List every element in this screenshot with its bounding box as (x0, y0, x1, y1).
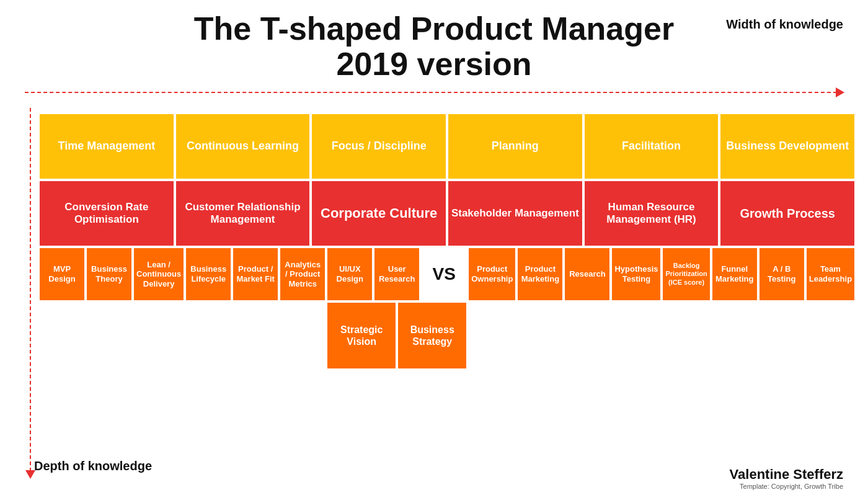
cell-backlog: Backlog Prioritization (ICE score) (662, 247, 711, 301)
row-top: Time Management Continuous Learning Focu… (38, 113, 856, 180)
cell-product-market: Product / Market Fit (232, 247, 279, 301)
cell-growth-process: Growth Process (719, 180, 856, 247)
cell-team-leadership: Team Leadership (805, 247, 856, 301)
cell-corporate-culture: Corporate Culture (311, 180, 447, 247)
width-label: Width of knowledge (726, 17, 843, 32)
cell-uiux: UI/UX Design (326, 247, 373, 301)
depth-arrow (25, 108, 36, 478)
cell-strategic-vision: Strategic Vision (326, 301, 397, 370)
main-grid: Time Management Continuous Learning Focu… (38, 113, 856, 301)
cell-stakeholder: Stakeholder Management (447, 180, 583, 247)
cell-product-marketing: Product Marketing (516, 247, 564, 301)
cell-business-theory: Business Theory (86, 247, 133, 301)
title-area: The T-shaped Product Manager 2019 versio… (0, 0, 868, 82)
credit-name: Valentine Stefferz (730, 466, 843, 483)
cell-facilitation: Facilitation (583, 113, 720, 180)
cell-planning: Planning (447, 113, 583, 180)
vs-cell: VS (420, 247, 467, 301)
cell-ab-testing: A / B Testing (758, 247, 805, 301)
cell-research: Research (564, 247, 611, 301)
cell-hypothesis: Hypothesis Testing (611, 247, 662, 301)
v-arrow-line (30, 108, 31, 478)
cell-focus-discipline: Focus / Discipline (311, 113, 447, 180)
cell-business-development: Business Development (719, 113, 856, 180)
credit-sub: Template: Copyright, Growth Tribe (730, 483, 843, 490)
cell-hr: Human Resource Management (HR) (583, 180, 720, 247)
cell-business-strategy: Business Strategy (397, 301, 467, 370)
cell-funnel: Funnel Marketing (711, 247, 758, 301)
cell-user-research: User Research (373, 247, 420, 301)
cell-mvp: MVP Design (38, 247, 86, 301)
width-arrow (25, 87, 843, 98)
h-arrow-head (836, 87, 844, 97)
credit: Valentine Stefferz Template: Copyright, … (730, 466, 843, 490)
cell-continuous-learning: Continuous Learning (175, 113, 311, 180)
h-arrow-line (25, 92, 843, 93)
cell-crm: Customer Relationship Management (175, 180, 311, 247)
row-mid: Conversion Rate Optimisation Customer Re… (38, 180, 856, 247)
cell-analytics: Analytics / Product Metrics (279, 247, 326, 301)
depth-label: Depth of knowledge (34, 459, 152, 473)
cell-product-ownership: Product Ownership (467, 247, 516, 301)
deep-cells: Strategic Vision Business Strategy (326, 301, 467, 370)
cell-business-lifecycle: Business Lifecycle (185, 247, 232, 301)
cell-time-management: Time Management (38, 113, 175, 180)
row-bottom: MVP Design Business Theory Lean / Contin… (38, 247, 856, 301)
cell-conversion-rate: Conversion Rate Optimisation (38, 180, 175, 247)
cell-lean: Lean / Continuous Delivery (133, 247, 185, 301)
